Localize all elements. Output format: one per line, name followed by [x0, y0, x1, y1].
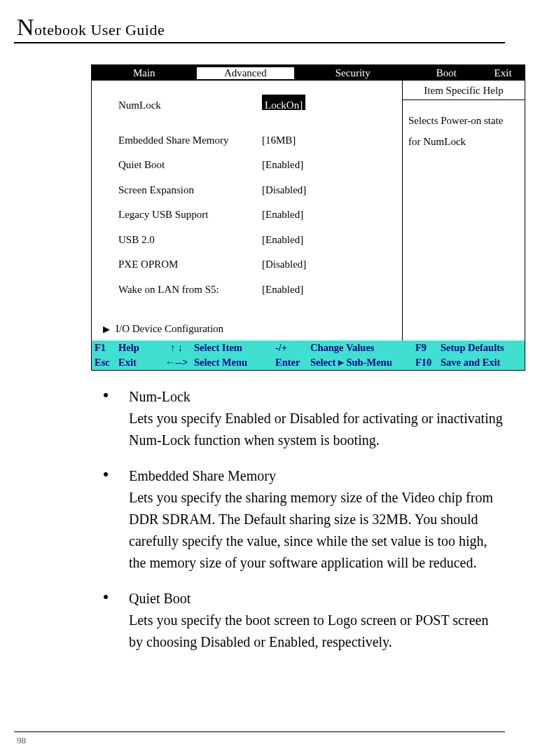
page-title: Notebook User Guide	[17, 14, 505, 41]
setting-screen-expansion[interactable]: Screen Expansion [Disabled]	[97, 178, 396, 203]
setting-value: [Enabled]	[262, 279, 360, 301]
help-text-line: for NumLock	[408, 131, 519, 152]
key-f10: F10	[415, 357, 441, 369]
action-exit: Exit	[118, 357, 159, 369]
doc-item-embedded-share-memory: Embedded Share Memory Lets you specify t…	[91, 465, 505, 574]
doc-item-desc: Lets you specify the boot screen to Logo…	[129, 610, 505, 653]
help-text-line: Selects Power-on state	[408, 110, 519, 131]
setting-value: [Enabled]	[262, 229, 360, 252]
page-footer: 98	[0, 731, 533, 746]
help-title: Item Specific Help	[403, 81, 525, 100]
setting-label: USB 2.0	[97, 229, 262, 252]
action-select-submenu: Select ▸ Sub-Menu	[310, 357, 415, 369]
setting-label: Legacy USB Support	[97, 204, 262, 226]
setting-value: [Enabled]	[262, 204, 360, 226]
doc-item-numlock: Num-Lock Lets you specify Enabled or Dis…	[91, 386, 505, 451]
doc-item-desc: Lets you specify Enabled or Disabled for…	[129, 408, 505, 451]
action-select-menu: Select Menu	[194, 357, 271, 369]
setting-pxe-oprom[interactable]: PXE OPROM [Disabled]	[97, 252, 396, 277]
setting-legacy-usb[interactable]: Legacy USB Support [Enabled]	[97, 202, 396, 228]
setting-value-selected: LockOn]	[262, 95, 305, 110]
action-setup-defaults: Setup Defaults	[441, 342, 522, 354]
arrows-updown-icon: ↑ ↓	[159, 342, 194, 354]
tab-advanced[interactable]: Advanced	[197, 67, 295, 79]
action-change-values: Change Values	[310, 342, 415, 354]
setting-label: Screen Expansion	[97, 179, 262, 202]
key-esc: Esc	[95, 357, 118, 369]
setting-embedded-share-memory[interactable]: Embedded Share Memory [16MB]	[97, 128, 396, 153]
document-body: Num-Lock Lets you specify Enabled or Dis…	[91, 386, 505, 653]
bios-tab-bar: Main Advanced Security Boot Exit	[92, 65, 525, 81]
key-f9: F9	[415, 342, 441, 354]
submenu-io-device-config[interactable]: ▶ I/O Device Configuration	[97, 323, 396, 335]
key-plusminus: -/+	[271, 342, 310, 354]
setting-label: PXE OPROM	[97, 254, 262, 276]
doc-item-desc: Lets you specify the sharing memory size…	[129, 487, 505, 574]
key-f1: F1	[95, 342, 118, 354]
setting-value: [Disabled]	[262, 179, 360, 202]
page-number: 98	[17, 735, 505, 746]
bullet-icon	[104, 595, 108, 599]
doc-item-title: Embedded Share Memory	[129, 465, 505, 487]
footer-divider	[14, 731, 505, 732]
setting-numlock[interactable]: NumLock LockOn]	[97, 93, 396, 118]
key-enter: Enter	[271, 357, 310, 369]
bullet-icon	[104, 472, 108, 476]
bios-setup-panel: Main Advanced Security Boot Exit NumLock…	[91, 64, 525, 371]
tab-exit[interactable]: Exit	[481, 67, 525, 79]
bullet-icon	[104, 393, 108, 397]
submenu-label: I/O Device Configuration	[116, 323, 223, 335]
doc-item-quiet-boot: Quiet Boot Lets you specify the boot scr…	[91, 588, 505, 653]
setting-usb20[interactable]: USB 2.0 [Enabled]	[97, 228, 396, 253]
bios-help-panel: Item Specific Help Selects Power-on stat…	[402, 81, 525, 341]
setting-value: [Enabled]	[262, 154, 360, 177]
action-save-and-exit: Save and Exit	[441, 357, 522, 369]
doc-item-title: Quiet Boot	[129, 588, 505, 610]
setting-value: [Disabled]	[262, 254, 360, 276]
action-help: Help	[118, 342, 159, 354]
setting-value: [16MB]	[262, 130, 360, 152]
setting-label: Quiet Boot	[97, 154, 262, 177]
setting-wake-on-lan[interactable]: Wake on LAN from S5: [Enabled]	[97, 277, 396, 303]
doc-item-title: Num-Lock	[129, 386, 505, 408]
header-divider	[14, 42, 505, 43]
setting-label: Wake on LAN from S5:	[97, 279, 262, 301]
bios-key-legend: F1 Help ↑ ↓ Select Item -/+ Change Value…	[92, 341, 525, 370]
setting-label: NumLock	[97, 95, 262, 117]
bios-settings-area: NumLock LockOn] Embedded Share Memory [1…	[92, 81, 402, 341]
arrows-leftright-icon: ←-->	[159, 357, 194, 369]
setting-label: Embedded Share Memory	[97, 130, 262, 152]
triangle-right-icon: ▶	[103, 324, 116, 335]
setting-quiet-boot[interactable]: Quiet Boot [Enabled]	[97, 153, 396, 178]
tab-boot[interactable]: Boot	[412, 67, 482, 79]
tab-security[interactable]: Security	[294, 67, 411, 79]
header-text: otebook User Guide	[34, 21, 165, 39]
action-select-item: Select Item	[194, 342, 271, 354]
tab-main[interactable]: Main	[92, 67, 197, 79]
